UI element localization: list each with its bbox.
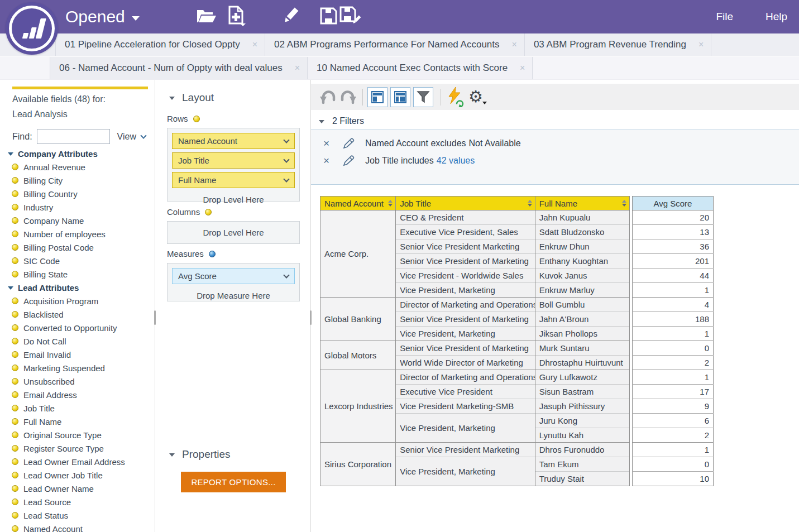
- collapse-triangle-icon: [169, 97, 175, 100]
- field-item[interactable]: Annual Revenue: [8, 160, 153, 174]
- field-item[interactable]: Unsubscribed: [8, 375, 153, 388]
- columns-drop-target[interactable]: Drop Level Here: [203, 225, 264, 241]
- field-item[interactable]: SIC Code: [8, 254, 153, 267]
- column-header-job-title[interactable]: Job Title: [396, 196, 535, 210]
- layout-section-header[interactable]: Layout: [169, 92, 214, 104]
- report-tab-active[interactable]: 10 Named Account Exec Contacts with Scor…: [308, 57, 533, 79]
- collapse-triangle-icon: [319, 120, 324, 123]
- edit-button[interactable]: [278, 0, 303, 33]
- column-header-named-account[interactable]: Named Account: [320, 196, 396, 210]
- field-item[interactable]: Acquisition Program: [8, 294, 153, 308]
- field-item[interactable]: Original Source Type: [8, 428, 153, 442]
- open-folder-icon: [197, 8, 217, 26]
- row-level-select[interactable]: Full Name: [172, 172, 295, 188]
- redo-icon: [339, 90, 357, 104]
- view-label: View: [117, 132, 136, 142]
- dimension-icon: [12, 190, 18, 197]
- field-item[interactable]: Billing City: [8, 174, 153, 187]
- section-lead-attributes[interactable]: Lead Attributes: [8, 281, 153, 294]
- field-item[interactable]: Lead Source: [8, 495, 153, 509]
- field-item[interactable]: Billing State: [8, 267, 153, 281]
- toggle-left-panel-button[interactable]: [390, 87, 410, 107]
- column-header-full-name[interactable]: Full Name: [535, 196, 629, 210]
- row-level-select[interactable]: Job Title: [172, 152, 295, 169]
- report-tab[interactable]: 02 ABM Programs Performance For Named Ac…: [265, 33, 525, 56]
- layout-resize-handle[interactable]: [310, 310, 312, 325]
- filters-section-header[interactable]: 2 Filters: [319, 116, 364, 126]
- field-item[interactable]: Lead Owner Name: [8, 482, 153, 495]
- close-icon[interactable]: ×: [520, 64, 525, 73]
- menu-file[interactable]: File: [716, 0, 733, 33]
- close-icon[interactable]: ×: [512, 40, 517, 49]
- remove-filter-icon[interactable]: ×: [323, 155, 336, 167]
- measure-select[interactable]: Avg Score: [172, 268, 295, 284]
- open-report-button[interactable]: [194, 0, 219, 33]
- save-as-button[interactable]: [338, 0, 363, 33]
- rows-dropzone-box: Named Account Job Title Full Name Drop L…: [167, 128, 300, 202]
- field-item[interactable]: Register Source Type: [8, 442, 153, 455]
- field-item[interactable]: Lead Status: [8, 509, 153, 522]
- view-dropdown[interactable]: View: [117, 132, 146, 142]
- field-item[interactable]: Converted to Opportunity: [8, 321, 153, 334]
- row-level-select[interactable]: Named Account: [172, 133, 295, 149]
- filter-value-link[interactable]: 42 values: [437, 156, 475, 166]
- score-cell: 44: [633, 269, 714, 283]
- edit-filter-button[interactable]: [343, 155, 355, 166]
- field-item[interactable]: Number of employees: [8, 227, 153, 241]
- toggle-filters-button[interactable]: [413, 87, 433, 107]
- properties-section-header[interactable]: Properties: [169, 448, 231, 461]
- field-item[interactable]: Industry: [8, 200, 153, 214]
- sidebar-resize-handle[interactable]: [154, 310, 156, 325]
- table-row: 6: [633, 414, 714, 428]
- close-icon[interactable]: ×: [698, 40, 704, 49]
- close-icon[interactable]: ×: [252, 40, 257, 49]
- filter-text: Job Title includes: [365, 156, 434, 166]
- job-title-cell: Executive Vice President: [396, 385, 535, 399]
- field-label: Billing State: [23, 270, 68, 279]
- section-company-attributes[interactable]: Company Attributes: [8, 147, 153, 160]
- save-as-icon: [339, 6, 362, 27]
- measure-drop-target[interactable]: Drop Measure Here: [172, 287, 295, 303]
- save-button[interactable]: [316, 0, 341, 33]
- run-report-button[interactable]: [446, 87, 466, 108]
- settings-button[interactable]: ⚙: [466, 87, 486, 108]
- field-item[interactable]: Lead Owner Email Address: [8, 455, 153, 468]
- measures-label-row: Measures: [167, 249, 216, 258]
- field-item[interactable]: Email Address: [8, 388, 153, 401]
- dimension-icon: [12, 472, 18, 478]
- field-item[interactable]: Blacklisted: [8, 308, 153, 321]
- close-icon[interactable]: ×: [295, 64, 300, 73]
- report-options-button[interactable]: REPORT OPTIONS...: [181, 472, 286, 492]
- full-name-cell: Kuvok Janus: [535, 269, 629, 283]
- undo-button[interactable]: [318, 87, 338, 108]
- field-item[interactable]: Full Name: [8, 415, 153, 428]
- redo-button[interactable]: [338, 87, 358, 108]
- account-cell: Sirius Corporation: [320, 443, 396, 486]
- field-item[interactable]: Billing Postal Code: [8, 241, 153, 254]
- menu-help[interactable]: Help: [765, 0, 787, 33]
- model-name-label: Lead Analysis: [12, 109, 68, 119]
- toggle-top-panel-button[interactable]: [367, 87, 387, 107]
- remove-filter-icon[interactable]: ×: [323, 137, 336, 150]
- field-item[interactable]: Lead Owner Job Title: [8, 468, 153, 482]
- collapse-triangle-icon: [8, 286, 13, 290]
- find-input[interactable]: [37, 129, 110, 144]
- report-tab[interactable]: 01 Pipeline Acceleration for Closed Oppt…: [55, 33, 265, 56]
- field-item[interactable]: Company Name: [8, 214, 153, 227]
- field-item[interactable]: Billing Country: [8, 187, 153, 200]
- edit-filter-button[interactable]: [343, 138, 355, 149]
- dimension-icon: [12, 164, 18, 170]
- opened-dropdown[interactable]: Opened: [65, 0, 140, 33]
- field-item[interactable]: Named Account: [8, 522, 153, 532]
- field-item[interactable]: Marketing Suspended: [8, 361, 153, 375]
- rows-drop-target[interactable]: Drop Level Here: [172, 191, 295, 207]
- field-item[interactable]: Job Title: [8, 401, 153, 415]
- report-tab[interactable]: 06 - Named Account - Num of Oppty with d…: [50, 57, 308, 79]
- field-item[interactable]: Do Not Call: [8, 334, 153, 348]
- report-tab[interactable]: 03 ABM Program Revenue Trending ×: [525, 33, 711, 56]
- column-header-avg-score[interactable]: Avg Score: [633, 196, 714, 210]
- field-item[interactable]: Email Invalid: [8, 348, 153, 361]
- dimension-icon: [12, 217, 18, 224]
- row-level-value: Named Account: [178, 136, 237, 146]
- new-report-button[interactable]: [224, 0, 249, 33]
